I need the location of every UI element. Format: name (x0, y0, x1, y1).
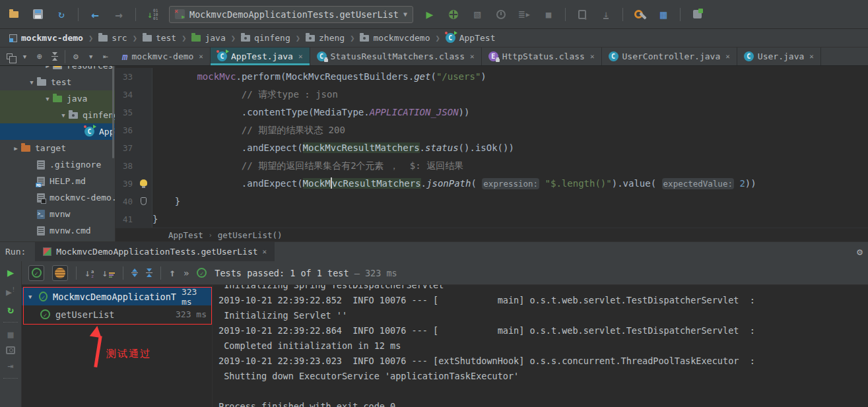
code-text[interactable]: // 期望的返回结果集合有2个元素 ， $: 返回结果 (152, 157, 868, 175)
stop-button[interactable]: ■ (541, 7, 556, 22)
close-icon[interactable]: ✕ (263, 247, 267, 256)
collapse-all-button[interactable] (50, 51, 59, 62)
breadcrumb-item-qinfeng[interactable]: qinfeng (238, 33, 293, 43)
coverage-button[interactable]: ▧ (470, 7, 484, 22)
debug-button[interactable] (446, 7, 461, 22)
tree-arrow-icon[interactable]: ▼ (28, 294, 34, 300)
code-text[interactable]: // 期望的结果状态 200 (152, 121, 868, 139)
sort-lines-button[interactable]: ↓011001 (145, 7, 160, 22)
tree-item-java[interactable]: ▼java (0, 90, 115, 107)
forward-button[interactable]: → (112, 7, 126, 22)
tree-item-mvnw.cmd[interactable]: mvnw.cmd (0, 222, 115, 239)
toggle-auto-test-button[interactable]: ↻ (7, 304, 14, 316)
tree-item-.gitignore[interactable]: .gitignore (0, 156, 115, 173)
line-number[interactable]: 38 (116, 157, 137, 175)
run-config-selector[interactable]: MockmvcDemoApplicationTests.getUserList … (169, 6, 413, 23)
line-number[interactable]: 37 (116, 139, 137, 157)
close-icon[interactable]: ✕ (199, 52, 203, 61)
breadcrumb-item-src[interactable]: src (96, 33, 129, 43)
rerun-failed-button[interactable]: ▶! (6, 284, 15, 298)
chevron-down-icon[interactable]: ▼ (86, 51, 96, 62)
update-resources-button[interactable]: ↓ (599, 7, 613, 22)
code-line-39[interactable]: 39 .andExpect(MockMvcResultMatchers.json… (116, 175, 868, 193)
code-text[interactable]: } (152, 193, 868, 210)
gear-button[interactable]: ⚙ (71, 51, 81, 62)
select-opened-file-button[interactable] (5, 51, 15, 62)
show-ignored-toggle[interactable] (52, 265, 68, 281)
tree-arrow-icon[interactable]: ▶ (11, 145, 21, 152)
test-result-row-getUserList[interactable]: ✓getUserList323 ms (22, 305, 212, 323)
tree-item-target[interactable]: ▶target (0, 140, 115, 156)
sort-by-duration-button[interactable]: ↓ (102, 267, 115, 279)
run-tab[interactable]: MockmvcDemoApplicationTests.getUserList … (35, 242, 275, 262)
tree-arrow-icon[interactable]: ▼ (58, 112, 69, 119)
code-text[interactable]: .andExpect(MockMvcResultMatchers.jsonPat… (152, 175, 868, 193)
exit-button[interactable]: ⇥ (7, 360, 13, 372)
locate-button[interactable]: ⊕ (35, 51, 44, 62)
breadcrumb-item-test[interactable]: test (140, 33, 179, 43)
code-line-34[interactable]: 34 // 请求type : json (116, 86, 868, 104)
tree-item-qinfeng[interactable]: ▼qinfeng (0, 107, 115, 123)
breadcrumb-method[interactable]: getUserList() (218, 230, 283, 240)
tree-item-AppTest[interactable]: CAppTest (0, 123, 115, 140)
open-button[interactable] (7, 7, 21, 22)
update-app-button[interactable] (575, 7, 589, 22)
show-passed-toggle[interactable]: ✓ (28, 265, 44, 281)
run-button[interactable]: ▶ (422, 7, 437, 22)
sort-alphabetically-button[interactable]: ↓az (84, 267, 94, 279)
save-button[interactable] (30, 7, 45, 22)
chevron-down-icon[interactable]: ▼ (20, 51, 30, 62)
code-text[interactable]: // 请求type : json (152, 86, 868, 104)
line-number[interactable]: 39 (116, 175, 137, 193)
close-icon[interactable]: ✕ (470, 52, 475, 61)
gear-icon[interactable]: ⚙ (857, 246, 863, 258)
line-number[interactable]: 35 (116, 104, 137, 121)
stop-button[interactable]: ■ (7, 329, 13, 340)
close-icon[interactable]: ✕ (809, 52, 814, 61)
tab-StatusResultMatchers.class[interactable]: CStatusResultMatchers.class✕ (310, 47, 482, 65)
sync-button[interactable]: ↻ (54, 7, 69, 22)
breadcrumb-item-java[interactable]: java (189, 33, 228, 43)
line-number[interactable]: 34 (116, 86, 137, 104)
code-area[interactable]: 33 mockMvc.perform(MockMvcRequestBuilder… (116, 66, 868, 228)
tree-item-pom.xml[interactable]: mpom.xml (0, 239, 115, 241)
tree-item-mockmvc-demo.iml[interactable]: mockmvc-demo.iml (0, 189, 115, 206)
close-icon[interactable]: ✕ (298, 52, 303, 61)
tab-User.java[interactable]: CUser.java✕ (737, 47, 821, 65)
code-line-37[interactable]: 37 .andExpect(MockMvcResultMatchers.stat… (116, 139, 868, 157)
back-button[interactable]: ← (88, 7, 102, 22)
tree-item-HELP.md[interactable]: HELP.md (0, 173, 115, 189)
tree-arrow-icon[interactable]: ▼ (26, 79, 37, 86)
tab-AppTest.java[interactable]: CAppTest.java✕ (211, 47, 310, 65)
tab-mockmvc-demo[interactable]: mmockmvc-demo✕ (116, 47, 211, 65)
line-number[interactable]: 41 (116, 210, 137, 228)
thread-dump-button[interactable] (6, 346, 15, 354)
rerun-button[interactable]: ▶ (7, 266, 14, 278)
code-text[interactable]: mockMvc.perform(MockMvcRequestBuilders.g… (152, 68, 868, 86)
tree-arrow-icon[interactable]: ▶ (42, 66, 53, 69)
tree-item-resources[interactable]: ▶resources (0, 66, 115, 74)
tree-arrow-icon[interactable]: ▼ (42, 96, 53, 102)
code-text[interactable]: .contentType(MediaType.APPLICATION_JSON)… (152, 104, 868, 121)
line-number[interactable]: 33 (116, 68, 137, 86)
settings-wrench-button[interactable] (632, 7, 647, 22)
expand-all-button[interactable] (131, 268, 138, 278)
plugin-button[interactable] (690, 7, 704, 22)
breadcrumb-item-mockmvc-demo[interactable]: mockmvc-demo (7, 33, 86, 43)
code-line-35[interactable]: 35 .contentType(MediaType.APPLICATION_JS… (116, 104, 868, 121)
more-actions-button[interactable]: » (184, 268, 189, 278)
test-result-row-MockmvcDemoApplicationT[interactable]: ▼✓MockmvcDemoApplicationT323 ms (22, 288, 212, 305)
tree-item-test[interactable]: ▼test (0, 74, 115, 90)
intention-bulb-icon[interactable] (140, 179, 147, 186)
code-line-36[interactable]: 36 // 期望的结果状态 200 (116, 121, 868, 139)
hide-panel-button[interactable]: ⇤ (101, 51, 110, 62)
line-number[interactable]: 40 (116, 193, 137, 210)
editor[interactable]: 33 mockMvc.perform(MockMvcRequestBuilder… (116, 66, 868, 241)
breadcrumb-class[interactable]: AppTest (168, 230, 203, 240)
tab-UserController.java[interactable]: CUserController.java✕ (602, 47, 737, 65)
code-line-40[interactable]: 40 } (116, 193, 868, 210)
tab-HttpStatus.class[interactable]: EHttpStatus.class✕ (482, 47, 602, 65)
tree-scrollbar[interactable] (112, 66, 114, 158)
breadcrumb-item-zheng[interactable]: zheng (303, 33, 347, 43)
collapse-all-button[interactable] (146, 268, 152, 278)
